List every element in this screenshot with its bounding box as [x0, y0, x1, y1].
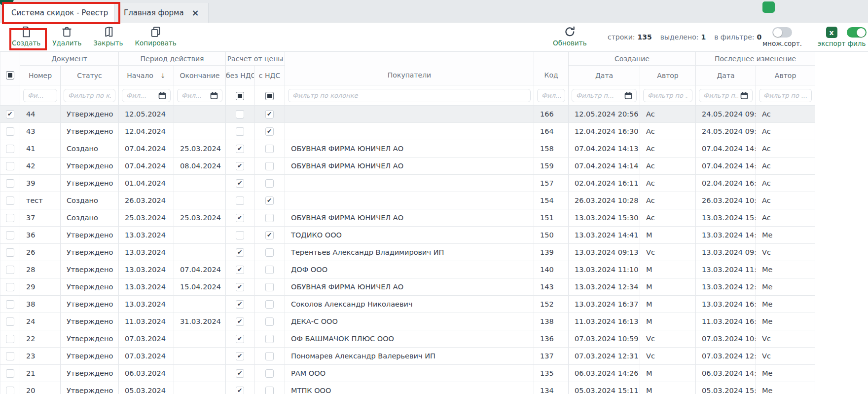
modified-author-filter-input[interactable]: [763, 92, 807, 99]
table-row[interactable]: 44Утверждено12.05.202416612.05.2024 20:5…: [0, 106, 868, 123]
cell-modified-author: Me: [756, 261, 815, 278]
no-vat-filter-checkbox[interactable]: [236, 92, 244, 100]
close-button[interactable]: Закрыть: [93, 26, 123, 47]
table-row[interactable]: 41Создано07.04.202425.03.2024ОБУВНАЯ ФИР…: [0, 140, 868, 158]
calendar-icon[interactable]: [740, 91, 748, 99]
tab-discount-registry[interactable]: Система скидок - Реестр ×: [2, 3, 132, 23]
cell-end: [174, 330, 226, 348]
row-select-checkbox[interactable]: [6, 369, 14, 378]
column-header-vat[interactable]: с НДС: [254, 66, 285, 85]
row-select-checkbox[interactable]: [6, 179, 14, 188]
row-select-checkbox[interactable]: [6, 197, 14, 205]
table-row[interactable]: 38Утверждено13.03.2024Соколов Александр …: [0, 296, 868, 313]
buyers-filter-input[interactable]: [292, 92, 526, 99]
table-row[interactable]: 26Утверждено13.03.2024Терентьев Александ…: [0, 244, 868, 261]
multisort-toggle-block[interactable]: множ.сорт.: [760, 27, 804, 47]
table-row[interactable]: 29Утверждено13.03.202415.04.2024ОБУВНАЯ …: [0, 278, 868, 296]
multisort-toggle[interactable]: [772, 27, 792, 38]
table-row[interactable]: 28Утверждено13.03.202407.04.2024ДОФ ООО1…: [0, 261, 868, 278]
calendar-icon[interactable]: [624, 91, 632, 99]
column-header-modified-author[interactable]: Автор: [756, 66, 815, 85]
delete-button[interactable]: Удалить: [52, 26, 81, 47]
modified-date-filter-input[interactable]: [703, 92, 738, 99]
cell-modified-author: Me: [756, 313, 815, 330]
cell-vat: [254, 192, 285, 209]
cell-modified-date: 05.03.2024 15:11: [696, 382, 756, 394]
row-select-checkbox[interactable]: [6, 162, 14, 170]
copy-button[interactable]: Копировать: [135, 26, 177, 47]
checked-checkbox-icon: [236, 145, 244, 153]
row-select-cell: [0, 330, 20, 348]
column-header-end[interactable]: Окончание: [174, 66, 226, 85]
column-header-buyers[interactable]: Покупатели: [285, 52, 534, 85]
end-date-filter-input[interactable]: [181, 92, 208, 99]
row-select-checkbox[interactable]: [6, 127, 14, 136]
code-filter-input[interactable]: [542, 92, 561, 99]
column-header-status[interactable]: Статус: [61, 66, 119, 85]
row-select-checkbox[interactable]: [6, 317, 14, 326]
row-filler: [815, 348, 868, 365]
table-row[interactable]: 39Утверждено01.04.202415702.04.2024 16:1…: [0, 175, 868, 192]
column-header-code[interactable]: Код: [534, 52, 569, 85]
row-select-checkbox[interactable]: [6, 387, 14, 394]
unchecked-checkbox-icon: [265, 266, 274, 274]
refresh-button[interactable]: Обновить: [553, 26, 587, 47]
created-date-filter-input[interactable]: [576, 92, 622, 99]
column-header-number[interactable]: Номер: [20, 66, 61, 85]
cell-buyers: [285, 175, 534, 192]
column-header-no-vat[interactable]: без НДС: [226, 66, 254, 85]
table-row[interactable]: 42Утверждено07.04.202408.04.2024ОБУВНАЯ …: [0, 158, 868, 175]
cell-modified-date: 13.03.2024 15:30: [696, 209, 756, 227]
filter-toggle[interactable]: [847, 27, 867, 38]
column-header-start[interactable]: Начало↓: [119, 66, 174, 85]
table-row[interactable]: тестСоздано26.03.202415426.03.2024 10:28…: [0, 192, 868, 209]
table-row[interactable]: 36Утверждено13.03.2024ТОДИКО ООО15013.03…: [0, 227, 868, 244]
checked-checkbox-icon: [236, 369, 244, 378]
row-select-checkbox[interactable]: [6, 110, 14, 118]
table-row[interactable]: 21Утверждено06.03.2024РАМ ООО13506.03.20…: [0, 365, 868, 382]
filter-cell-modified-date: [696, 85, 756, 106]
create-button[interactable]: Создать: [12, 26, 40, 47]
cell-status: Утверждено: [61, 158, 119, 175]
start-date-filter-input[interactable]: [126, 92, 156, 99]
checked-checkbox-icon: [236, 162, 244, 170]
filter-cell-no-vat: [226, 85, 254, 106]
table-row[interactable]: 43Утверждено12.04.202416412.04.2024 16:3…: [0, 123, 868, 140]
cell-modified-author: Ac: [756, 140, 815, 158]
table-row[interactable]: 20Утверждено05.03.2024МТПК ООО13405.03.2…: [0, 382, 868, 394]
created-author-filter-input[interactable]: [648, 92, 688, 99]
row-select-checkbox[interactable]: [6, 231, 14, 239]
row-select-checkbox[interactable]: [6, 214, 14, 222]
row-select-checkbox[interactable]: [6, 248, 14, 257]
row-select-checkbox[interactable]: [6, 283, 14, 291]
calendar-icon[interactable]: [158, 91, 166, 99]
row-select-checkbox[interactable]: [6, 266, 14, 274]
select-all-checkbox[interactable]: [6, 71, 14, 79]
calendar-icon[interactable]: [210, 91, 218, 99]
column-header-modified-date[interactable]: Дата: [696, 66, 756, 85]
row-select-checkbox[interactable]: [6, 300, 14, 309]
cell-buyers: Терентьев Александр Владимирович ИП: [285, 244, 534, 261]
filter-toggle-block[interactable]: филь: [836, 27, 868, 47]
table-row[interactable]: 22Утверждено07.03.2024ОФ БАШМАЧОК ПЛЮС О…: [0, 330, 868, 348]
column-header-created-author[interactable]: Автор: [640, 66, 696, 85]
cell-modified-date: 06.03.2024 14:26: [696, 365, 756, 382]
cell-buyers: Соколов Александр Николаевич: [285, 296, 534, 313]
cell-created-date: 13.03.2024 09:13: [569, 244, 640, 261]
cell-modified-date: 26.03.2024 10:28: [696, 192, 756, 209]
cell-number: 20: [20, 382, 61, 394]
row-select-checkbox[interactable]: [6, 352, 14, 360]
row-select-checkbox[interactable]: [6, 335, 14, 343]
number-filter-input[interactable]: [28, 92, 53, 99]
table-row[interactable]: 24Утверждено11.03.202431.03.2024ДЕКА-С О…: [0, 313, 868, 330]
close-icon[interactable]: ×: [192, 8, 199, 17]
status-filter-input[interactable]: [68, 92, 111, 99]
column-header-created-date[interactable]: Дата: [569, 66, 640, 85]
vat-filter-checkbox[interactable]: [265, 92, 274, 100]
table-row[interactable]: 23Утверждено07.03.2024Пономарев Александ…: [0, 348, 868, 365]
tab-main-form[interactable]: Главная форма ×: [114, 3, 209, 23]
cell-number: 26: [20, 244, 61, 261]
cell-modified-author: Me: [756, 365, 815, 382]
row-select-checkbox[interactable]: [6, 145, 14, 153]
table-row[interactable]: 37Создано25.03.202425.03.2024ОБУВНАЯ ФИР…: [0, 209, 868, 227]
